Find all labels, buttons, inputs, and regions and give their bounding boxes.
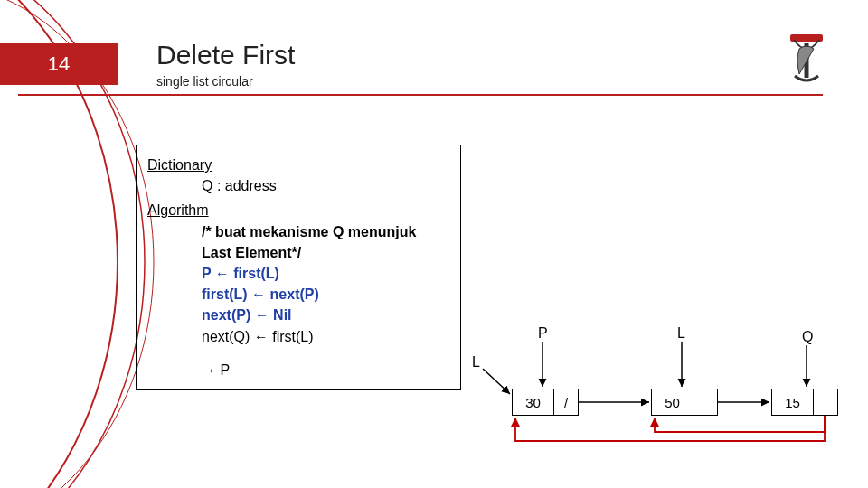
label-L-first: L	[472, 354, 480, 371]
diagram-arrows	[490, 316, 856, 461]
slide-number: 14	[48, 52, 70, 76]
linked-list-diagram: L P L Q 30 / 50 15	[490, 316, 856, 461]
dictionary-decl: Q : address	[147, 175, 449, 196]
algorithm-comment: /* buat mekanisme Q menunjuk Last Elemen…	[147, 221, 449, 263]
algo-line-3: next(P) ← Nil	[147, 305, 449, 325]
svg-line-4	[483, 369, 510, 394]
page-subtitle: single list circular	[156, 74, 253, 89]
dictionary-heading: Dictionary	[147, 155, 449, 175]
slide-number-block: 14	[0, 43, 118, 85]
institution-logo	[781, 33, 832, 90]
page-title: Delete First	[156, 40, 295, 70]
algo-line-4: next(Q) ← first(L)	[147, 326, 449, 347]
title-rule	[18, 94, 823, 96]
algorithm-box: Dictionary Q : address Algorithm /* buat…	[136, 145, 461, 390]
algo-line-1: P ← first(L)	[147, 263, 449, 284]
algorithm-heading: Algorithm	[147, 200, 449, 221]
algo-line-2: first(L) ← next(P)	[147, 284, 449, 305]
algo-return: → P	[147, 360, 449, 380]
